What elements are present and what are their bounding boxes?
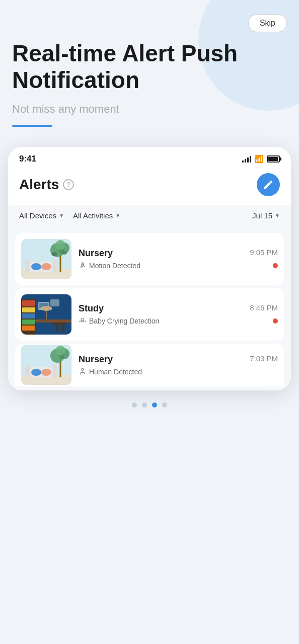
alert-bottom: Baby Crying Detection — [79, 317, 278, 325]
filters-bar: All Devices ▼ All Activities ▼ Jul 15 ▼ — [8, 205, 291, 226]
svg-rect-35 — [52, 365, 57, 377]
alert-info: Nursery 7:03 PM Human Detected — [79, 354, 278, 376]
alert-info: Nursery 9:05 PM Motion Detected — [79, 248, 278, 270]
motion-icon — [79, 262, 87, 270]
svg-rect-4 — [52, 259, 57, 272]
svg-point-6 — [41, 263, 51, 270]
pencil-icon — [263, 179, 274, 190]
alert-item-partial[interactable]: Nursery 7:03 PM Human Detected — [15, 344, 284, 386]
pagination-dot-2[interactable] — [142, 403, 147, 408]
pagination-dot-4[interactable] — [162, 403, 167, 408]
status-time: 9:41 — [19, 154, 36, 164]
filter-devices-label: All Devices — [19, 211, 56, 220]
svg-rect-24 — [62, 325, 64, 332]
activity-label: Human Detected — [89, 368, 142, 376]
svg-rect-3 — [25, 259, 30, 272]
svg-rect-34 — [25, 365, 30, 377]
svg-rect-23 — [56, 325, 58, 332]
alert-name: Study — [79, 303, 104, 314]
svg-rect-21 — [35, 319, 71, 323]
alert-bottom: Human Detected — [79, 368, 278, 376]
status-bar: 9:41 📶 — [8, 147, 291, 167]
human-icon — [79, 368, 87, 376]
subtitle: Not miss any moment — [12, 103, 287, 116]
phone-mockup: 9:41 📶 Alerts ? All Devices ▼ — [8, 147, 291, 390]
filter-activities-label: All Activities — [73, 211, 113, 220]
main-title: Real-time Alert Push Notification — [12, 40, 287, 94]
filter-activities[interactable]: All Activities ▼ — [73, 211, 129, 220]
svg-rect-26 — [50, 299, 59, 306]
alert-thumbnail — [21, 239, 71, 279]
alert-top: Nursery 9:05 PM — [79, 248, 278, 259]
chevron-down-icon: ▼ — [59, 213, 64, 218]
alert-item[interactable]: Study 8:46 PM Baby Crying Detection — [15, 288, 284, 341]
alert-activity: Baby Crying Detection — [79, 317, 159, 325]
alert-list: Nursery 9:05 PM Motion Detected — [8, 226, 291, 390]
alert-bottom: Motion Detected — [79, 262, 278, 270]
edit-button[interactable] — [257, 173, 280, 196]
alerts-title-group: Alerts ? — [19, 177, 74, 193]
svg-point-37 — [41, 369, 51, 376]
alert-dot — [273, 263, 278, 268]
skip-button[interactable]: Skip — [248, 14, 287, 32]
alert-name: Nursery — [79, 248, 113, 259]
svg-point-12 — [62, 252, 67, 255]
svg-rect-17 — [22, 307, 35, 312]
svg-rect-18 — [22, 313, 35, 318]
help-icon[interactable]: ? — [63, 179, 74, 190]
svg-point-11 — [51, 252, 57, 256]
status-icons: 📶 — [242, 154, 280, 164]
progress-bar-container — [12, 125, 287, 127]
baby-icon — [79, 317, 87, 325]
svg-rect-20 — [22, 326, 35, 331]
battery-icon — [267, 155, 280, 163]
pagination — [0, 390, 299, 422]
alert-time: 8:46 PM — [250, 303, 278, 312]
svg-rect-16 — [22, 300, 35, 306]
svg-point-5 — [31, 263, 41, 270]
chevron-down-icon: ▼ — [275, 213, 280, 218]
alert-thumbnail — [21, 345, 71, 385]
svg-rect-19 — [22, 319, 35, 325]
pagination-dot-1[interactable] — [132, 403, 137, 408]
pagination-dot-3[interactable] — [152, 403, 157, 408]
filter-devices[interactable]: All Devices ▼ — [19, 211, 73, 220]
svg-point-10 — [55, 240, 65, 250]
svg-point-29 — [40, 306, 52, 311]
alert-top: Nursery 7:03 PM — [79, 354, 278, 365]
svg-point-41 — [55, 346, 65, 356]
alert-item[interactable]: Nursery 9:05 PM Motion Detected — [15, 233, 284, 285]
alerts-title: Alerts — [19, 177, 59, 193]
svg-point-42 — [82, 368, 84, 370]
signal-icon — [242, 155, 251, 163]
alert-info: Study 8:46 PM Baby Crying Detection — [79, 303, 278, 325]
svg-rect-22 — [51, 323, 66, 325]
chevron-down-icon: ▼ — [115, 213, 120, 218]
alerts-header: Alerts ? — [8, 167, 291, 205]
alert-thumbnail — [21, 294, 71, 335]
alert-dot — [273, 318, 278, 324]
filter-date[interactable]: Jul 15 ▼ — [252, 211, 280, 220]
activity-label: Baby Crying Detection — [89, 317, 159, 325]
alert-activity: Motion Detected — [79, 262, 140, 270]
alert-activity: Human Detected — [79, 368, 142, 376]
alert-name: Nursery — [79, 354, 113, 365]
wifi-icon: 📶 — [254, 154, 264, 164]
progress-bar — [12, 125, 52, 127]
svg-point-30 — [81, 318, 84, 321]
alert-time: 9:05 PM — [250, 248, 278, 257]
filter-date-label: Jul 15 — [252, 211, 272, 220]
activity-label: Motion Detected — [89, 262, 140, 270]
alert-time: 7:03 PM — [250, 354, 278, 363]
svg-point-36 — [31, 369, 41, 376]
alert-top: Study 8:46 PM — [79, 303, 278, 314]
